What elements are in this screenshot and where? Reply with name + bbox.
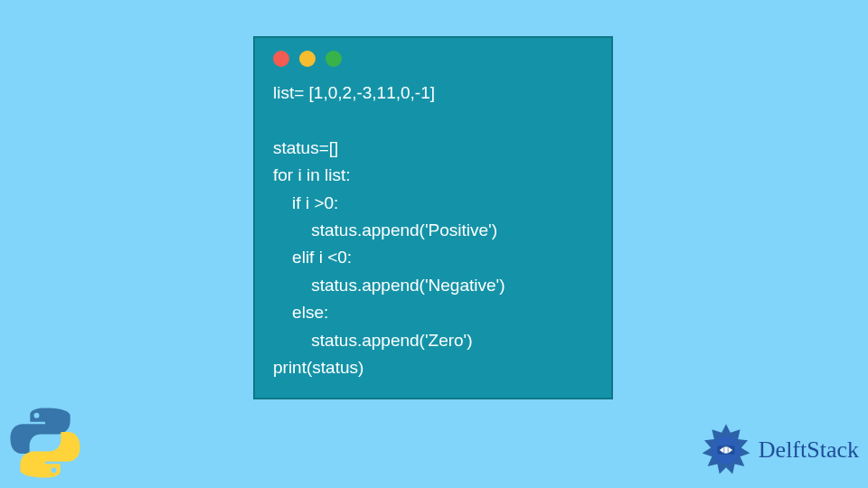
svg-rect-3	[724, 446, 728, 453]
brand-logo: DelftStack	[699, 423, 859, 477]
code-block: list= [1,0,2,-3,11,0,-1] status=[] for i…	[273, 80, 593, 381]
maximize-icon	[326, 51, 342, 67]
code-window: list= [1,0,2,-3,11,0,-1] status=[] for i…	[253, 36, 613, 399]
window-controls	[273, 51, 593, 67]
delftstack-icon	[699, 423, 753, 477]
python-logo-icon	[9, 407, 81, 479]
brand-name: DelftStack	[759, 436, 859, 464]
minimize-icon	[299, 51, 316, 67]
close-icon	[273, 51, 289, 67]
